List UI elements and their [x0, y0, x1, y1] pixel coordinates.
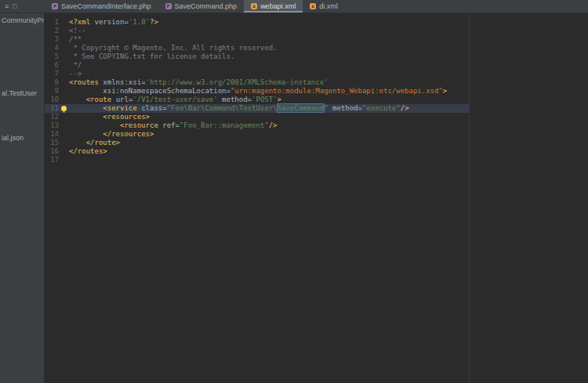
project-panel: CommunityProjectal.TestUserial.json — [0, 13, 45, 383]
tab-SaveCommandInterface.php[interactable]: PSaveCommandInterface.php — [45, 0, 158, 13]
code-line-13[interactable]: 13 <resource ref="Foo_Bar::management"/> — [45, 121, 469, 130]
code-line-12[interactable]: 12 <resources> — [45, 113, 469, 121]
line-text: /** — [69, 35, 82, 44]
line-text: xsi:noNamespaceSchemaLocation="urn:magen… — [69, 87, 447, 96]
line-number: 12 — [45, 113, 59, 121]
line-number: 7 — [45, 70, 59, 78]
line-text: <?xml version='1.0'?> — [69, 18, 158, 27]
code-line-15[interactable]: 15 </route> — [45, 139, 469, 147]
code-editor: 1<?xml version='1.0'?>2<!--3/**4 * Copyr… — [45, 13, 588, 383]
xml-file-icon: x — [251, 3, 257, 9]
menu-icon[interactable]: ≡ — [5, 0, 9, 13]
code-line-17[interactable]: 17 — [45, 156, 469, 164]
line-text: */ — [69, 61, 82, 70]
line-text: * Copyright © Magento, Inc. All rights r… — [69, 44, 278, 52]
code-line-5[interactable]: 5 * See COPYING.txt for license details. — [45, 52, 469, 61]
line-number: 17 — [45, 156, 59, 164]
code-area: 1<?xml version='1.0'?>2<!--3/**4 * Copyr… — [45, 18, 588, 164]
line-text: <resource ref="Foo_Bar::management"/> — [69, 121, 278, 130]
line-number: 14 — [45, 130, 59, 139]
line-number: 8 — [45, 78, 59, 87]
code-line-9[interactable]: 9 xsi:noNamespaceSchemaLocation="urn:mag… — [45, 87, 469, 96]
line-number: 2 — [45, 27, 59, 35]
line-number: 11 — [45, 104, 59, 113]
php-file-icon: P — [165, 3, 172, 9]
code-line-3[interactable]: 3/** — [45, 35, 469, 44]
tab-label: SaveCommand.php — [175, 2, 238, 10]
line-text: <resources> — [69, 113, 150, 121]
code-line-4[interactable]: 4 * Copyright © Magento, Inc. All rights… — [45, 44, 469, 52]
line-text: <routes xmlns:xsi='http://www.w3.org/200… — [69, 78, 328, 87]
line-text: --> — [69, 70, 82, 78]
code-line-16[interactable]: 16</routes> — [45, 147, 469, 156]
editor-tab-bar: ≡□ PSaveCommandInterface.phpPSaveCommand… — [0, 0, 588, 13]
line-number: 3 — [45, 35, 59, 44]
line-text: * See COPYING.txt for license details. — [69, 52, 234, 61]
ide-window: ≡□ PSaveCommandInterface.phpPSaveCommand… — [0, 0, 588, 383]
code-line-7[interactable]: 7--> — [45, 70, 469, 78]
line-text: <!-- — [69, 27, 86, 35]
line-number: 16 — [45, 147, 59, 156]
line-text: <service class="Foo\Bar\Command\TestUser… — [69, 104, 409, 113]
tab-webapi.xml[interactable]: xwebapi.xml — [244, 0, 303, 13]
line-number: 4 — [45, 44, 59, 52]
php-file-icon: P — [52, 3, 58, 9]
window-corner-icons: ≡□ — [0, 0, 45, 13]
tab-label: di.xml — [319, 2, 338, 10]
code-line-1[interactable]: 1<?xml version='1.0'?> — [45, 18, 469, 27]
right-margin-guide — [469, 13, 470, 383]
line-text: </route> — [69, 139, 120, 147]
tab-bar: PSaveCommandInterface.phpPSaveCommand.ph… — [45, 0, 345, 13]
line-number: 15 — [45, 139, 59, 147]
line-number: 5 — [45, 52, 59, 61]
line-text: </resources> — [69, 130, 154, 139]
project-tree-item[interactable]: ial.json — [2, 134, 24, 142]
line-text: </routes> — [69, 147, 107, 156]
tab-SaveCommand.php[interactable]: PSaveCommand.php — [158, 0, 245, 13]
line-number: 13 — [45, 121, 59, 130]
project-panel-icon[interactable]: □ — [13, 0, 16, 13]
code-line-11[interactable]: 11 <service class="Foo\Bar\Command\TestU… — [45, 104, 469, 113]
code-line-6[interactable]: 6 */ — [45, 61, 469, 70]
line-number: 1 — [45, 18, 59, 27]
xml-file-icon: x — [310, 3, 316, 9]
project-tree-item[interactable]: al.TestUser — [2, 89, 37, 97]
line-text: <route url='/V1/test-user/save' method='… — [69, 96, 281, 104]
line-number: 9 — [45, 87, 59, 96]
intention-bulb-icon[interactable] — [61, 106, 67, 111]
code-line-14[interactable]: 14 </resources> — [45, 130, 469, 139]
code-line-10[interactable]: 10 <route url='/V1/test-user/save' metho… — [45, 96, 469, 104]
tab-label: SaveCommandInterface.php — [61, 2, 151, 10]
project-tree-item[interactable]: CommunityProject — [2, 16, 45, 24]
code-line-2[interactable]: 2<!-- — [45, 27, 469, 35]
line-number: 6 — [45, 61, 59, 70]
line-number: 10 — [45, 96, 59, 104]
tab-di.xml[interactable]: xdi.xml — [303, 0, 345, 13]
tab-label: webapi.xml — [260, 2, 296, 10]
code-line-8[interactable]: 8<routes xmlns:xsi='http://www.w3.org/20… — [45, 78, 469, 87]
